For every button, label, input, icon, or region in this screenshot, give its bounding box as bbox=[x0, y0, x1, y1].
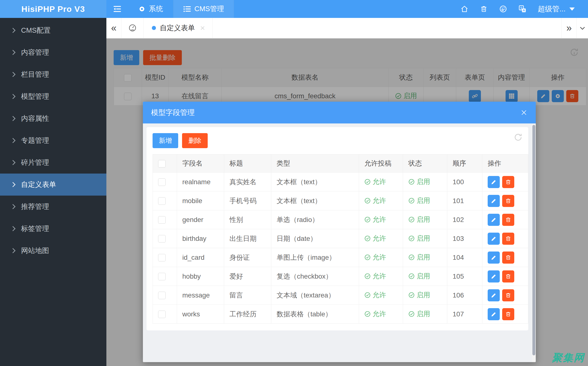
field-order-cell: 100 bbox=[447, 173, 482, 191]
sidebar-item[interactable]: 内容属性 bbox=[0, 107, 106, 130]
field-row: message 留言 文本域（textarea） 允许 bbox=[153, 286, 528, 305]
status-enabled-badge: 启用 bbox=[408, 272, 430, 281]
field-name-cell: message bbox=[177, 286, 224, 305]
nav-item-system[interactable]: 系统 bbox=[128, 0, 173, 18]
trash-icon bbox=[505, 254, 511, 261]
sidebar-item-label: 推荐管理 bbox=[21, 202, 49, 212]
edit-field-button[interactable] bbox=[488, 289, 500, 301]
field-name-cell: birthday bbox=[177, 229, 224, 248]
field-title-cell: 性别 bbox=[224, 210, 271, 229]
field-row-checkbox[interactable] bbox=[158, 216, 166, 224]
modal-close-icon[interactable] bbox=[520, 109, 528, 116]
field-row-checkbox[interactable] bbox=[158, 178, 166, 186]
sidebar-item-label: 栏目管理 bbox=[21, 70, 49, 79]
edit-field-button[interactable] bbox=[488, 233, 500, 245]
tab-label: 自定义表单 bbox=[160, 23, 195, 33]
allow-post-badge: 允许 bbox=[364, 309, 386, 319]
field-row-checkbox[interactable] bbox=[158, 273, 166, 280]
dashboard-tab-button[interactable] bbox=[121, 18, 144, 38]
modal-refresh-icon[interactable] bbox=[513, 132, 523, 142]
sidebar-item[interactable]: 内容管理 bbox=[0, 41, 106, 63]
tab-custom-form[interactable]: 自定义表单 × bbox=[144, 18, 213, 38]
edit-field-button[interactable] bbox=[488, 252, 500, 264]
sidebar-item[interactable]: CMS配置 bbox=[0, 19, 106, 41]
delete-field-button[interactable] bbox=[502, 270, 514, 282]
pencil-icon bbox=[491, 273, 497, 280]
col-allow-post: 允许投稿 bbox=[359, 154, 403, 173]
site-watermark: 聚集网 bbox=[552, 351, 585, 365]
delete-field-button[interactable] bbox=[502, 176, 514, 188]
field-order-cell: 106 bbox=[447, 286, 482, 305]
pencil-icon bbox=[491, 179, 497, 185]
field-title-cell: 出生日期 bbox=[224, 229, 271, 248]
username: 超级管... bbox=[538, 4, 566, 14]
sidebar-item[interactable]: 网站地图 bbox=[0, 240, 106, 262]
sidebar-item[interactable]: 栏目管理 bbox=[0, 63, 106, 85]
chevron-right-icon bbox=[10, 50, 15, 55]
pencil-icon bbox=[491, 292, 497, 298]
gear-icon bbox=[138, 5, 146, 13]
sidebar-item[interactable]: 专题管理 bbox=[0, 130, 106, 152]
sidebar-item-label: 模型管理 bbox=[21, 92, 49, 101]
field-row-checkbox[interactable] bbox=[158, 254, 166, 261]
modal-header: 模型字段管理 bbox=[143, 102, 536, 123]
sidebar-item[interactable]: 标签管理 bbox=[0, 218, 106, 240]
status-enabled-badge: 启用 bbox=[408, 234, 430, 243]
tab-options-button[interactable] bbox=[576, 18, 588, 38]
sidebar-item[interactable]: 模型管理 bbox=[0, 85, 106, 107]
allow-post-badge: 允许 bbox=[364, 234, 386, 243]
pencil-icon bbox=[491, 236, 497, 242]
sidebar-item-label: CMS配置 bbox=[21, 26, 51, 35]
tab-close-icon[interactable]: × bbox=[200, 23, 205, 33]
edit-field-button[interactable] bbox=[488, 270, 500, 282]
chevron-right-icon bbox=[10, 116, 15, 121]
edit-field-button[interactable] bbox=[488, 195, 500, 207]
col-field-title: 标题 bbox=[224, 154, 271, 173]
theme-palette-icon[interactable] bbox=[499, 5, 507, 13]
field-row-checkbox[interactable] bbox=[158, 197, 166, 205]
field-type-cell: 复选（checkbox） bbox=[271, 267, 359, 286]
delete-field-button[interactable] bbox=[502, 289, 514, 301]
edit-field-button[interactable] bbox=[488, 176, 500, 188]
status-enabled-badge: 启用 bbox=[408, 253, 430, 262]
trash-icon bbox=[505, 217, 511, 223]
delete-field-button[interactable] bbox=[502, 252, 514, 264]
delete-field-button[interactable] bbox=[502, 214, 514, 226]
field-type-cell: 日期（date） bbox=[271, 229, 359, 248]
field-title-cell: 爱好 bbox=[224, 267, 271, 286]
field-row-checkbox[interactable] bbox=[158, 235, 166, 243]
language-translate-icon[interactable]: 文A bbox=[518, 5, 527, 13]
sidebar-item[interactable]: 推荐管理 bbox=[0, 196, 106, 218]
field-row: birthday 出生日期 日期（date） 允许 bbox=[153, 229, 528, 248]
delete-field-button[interactable] bbox=[502, 308, 514, 320]
sidebar-item[interactable]: 自定义表单 bbox=[0, 174, 106, 196]
nav-item-cms[interactable]: CMS管理 bbox=[173, 0, 234, 18]
trash-icon[interactable] bbox=[480, 5, 488, 13]
field-type-cell: 单选（radio） bbox=[271, 210, 359, 229]
field-row-checkbox[interactable] bbox=[158, 311, 166, 318]
sidebar-menu: CMS配置 内容管理 栏目管理 模型管理 内容属性 专题管理 碎片管理 bbox=[0, 18, 106, 366]
field-row-checkbox[interactable] bbox=[158, 292, 166, 299]
scroll-tabs-left-button[interactable]: « bbox=[106, 18, 121, 38]
app-logo: HisiPHP Pro V3 bbox=[0, 0, 106, 18]
home-icon[interactable] bbox=[460, 5, 469, 13]
delete-field-button[interactable] bbox=[502, 195, 514, 207]
sidebar-collapse-button[interactable] bbox=[106, 0, 128, 18]
select-all-fields-checkbox[interactable] bbox=[158, 160, 166, 168]
chevron-right-icon bbox=[10, 72, 15, 77]
user-menu[interactable]: 超级管... bbox=[538, 4, 575, 14]
delete-fields-button[interactable]: 删除 bbox=[182, 133, 208, 148]
field-name-cell: realname bbox=[177, 173, 224, 191]
active-tab-dot bbox=[152, 26, 156, 30]
modal-scrollbar-thumb[interactable] bbox=[532, 125, 535, 355]
allow-post-badge: 允许 bbox=[364, 290, 386, 300]
scroll-tabs-right-button[interactable]: » bbox=[561, 18, 576, 38]
chevron-right-icon bbox=[10, 138, 15, 143]
add-field-button[interactable]: 新增 bbox=[153, 133, 178, 148]
delete-field-button[interactable] bbox=[502, 233, 514, 245]
status-enabled-badge: 启用 bbox=[408, 309, 430, 319]
edit-field-button[interactable] bbox=[488, 214, 500, 226]
field-type-cell: 文本框（text） bbox=[271, 191, 359, 210]
edit-field-button[interactable] bbox=[488, 308, 500, 320]
sidebar-item[interactable]: 碎片管理 bbox=[0, 152, 106, 174]
